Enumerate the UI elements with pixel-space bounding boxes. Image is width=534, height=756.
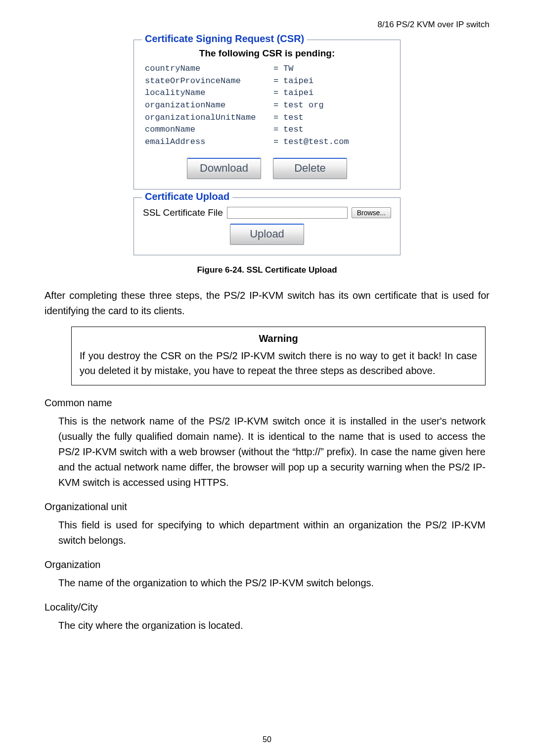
csr-eq: = bbox=[273, 124, 283, 136]
csr-eq: = bbox=[273, 99, 283, 112]
csr-row: organizationName=test org bbox=[145, 99, 391, 112]
warning-title: Warning bbox=[80, 333, 477, 344]
term-desc: This field is used for specifying to whi… bbox=[58, 518, 486, 548]
csr-row: emailAddress=test@test.com bbox=[145, 136, 391, 148]
csr-key: stateOrProvinceName bbox=[145, 75, 273, 88]
upload-row: SSL Certificate File Browse... bbox=[143, 204, 391, 224]
csr-val: test bbox=[283, 124, 391, 136]
csr-table: countryName=TW stateOrProvinceName=taipe… bbox=[143, 63, 391, 148]
download-button[interactable]: Download bbox=[187, 158, 261, 179]
csr-row: localityName=taipei bbox=[145, 87, 391, 99]
csr-val: taipei bbox=[283, 87, 391, 99]
upload-button-row: Upload bbox=[143, 224, 391, 245]
warning-box: Warning If you destroy the CSR on the PS… bbox=[71, 327, 486, 385]
csr-key: commonName bbox=[145, 124, 273, 136]
csr-fieldset: Certificate Signing Request (CSR) The fo… bbox=[134, 40, 400, 189]
csr-key: organizationalUnitName bbox=[145, 112, 273, 124]
browse-button[interactable]: Browse... bbox=[352, 207, 391, 218]
csr-row: countryName=TW bbox=[145, 63, 391, 75]
csr-key: organizationName bbox=[145, 99, 273, 112]
csr-val: taipei bbox=[283, 75, 391, 88]
delete-button[interactable]: Delete bbox=[273, 158, 347, 179]
csr-val: test@test.com bbox=[283, 136, 391, 148]
upload-fieldset: Certificate Upload SSL Certificate File … bbox=[134, 197, 400, 255]
warning-text: If you destroy the CSR on the PS/2 IP-KV… bbox=[80, 348, 477, 378]
csr-eq: = bbox=[273, 112, 283, 124]
term-name: Locality/City bbox=[44, 602, 490, 613]
term-desc: The name of the organization to which th… bbox=[58, 575, 486, 591]
csr-eq: = bbox=[273, 136, 283, 148]
csr-key: countryName bbox=[145, 63, 273, 75]
csr-eq: = bbox=[273, 75, 283, 88]
csr-pending-title: The following CSR is pending: bbox=[143, 48, 391, 59]
csr-row: stateOrProvinceName=taipei bbox=[145, 75, 391, 88]
term-name: Organization bbox=[44, 559, 490, 570]
csr-val: TW bbox=[283, 63, 391, 75]
csr-row: commonName=test bbox=[145, 124, 391, 136]
csr-val: test bbox=[283, 112, 391, 124]
figure-container: Certificate Signing Request (CSR) The fo… bbox=[134, 40, 400, 255]
csr-eq: = bbox=[273, 63, 283, 75]
upload-legend: Certificate Upload bbox=[142, 191, 232, 202]
csr-val: test org bbox=[283, 99, 391, 112]
page-header: 8/16 PS/2 KVM over IP switch bbox=[44, 20, 490, 30]
page-number: 50 bbox=[0, 735, 534, 744]
csr-eq: = bbox=[273, 87, 283, 99]
term-name: Organizational unit bbox=[44, 501, 490, 513]
ssl-file-input[interactable] bbox=[227, 207, 348, 219]
term-desc: The city where the organization is locat… bbox=[58, 618, 486, 633]
term-desc: This is the network name of the PS/2 IP-… bbox=[58, 414, 486, 490]
figure-caption: Figure 6-24. SSL Certificate Upload bbox=[44, 265, 490, 275]
csr-key: localityName bbox=[145, 87, 273, 99]
csr-button-row: Download Delete bbox=[143, 158, 391, 179]
upload-button[interactable]: Upload bbox=[230, 224, 304, 245]
csr-key: emailAddress bbox=[145, 136, 273, 148]
ssl-file-label: SSL Certificate File bbox=[143, 207, 223, 218]
csr-legend: Certificate Signing Request (CSR) bbox=[142, 33, 307, 45]
after-paragraph: After completing these three steps, the … bbox=[44, 288, 490, 319]
term-name: Common name bbox=[44, 397, 490, 409]
csr-row: organizationalUnitName=test bbox=[145, 112, 391, 124]
